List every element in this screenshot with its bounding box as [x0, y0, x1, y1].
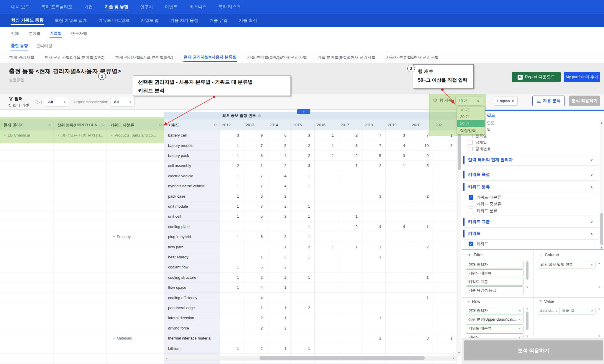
secondary-nav-item[interactable]: 키워드 맵 [140, 17, 160, 24]
apply-analysis-button-top[interactable]: 분석 적용하기 [569, 96, 600, 106]
panel-section-header[interactable]: 키워드 그룹∨ [463, 216, 598, 228]
apply-analysis-button[interactable]: 분석 적용하기 [464, 340, 603, 360]
checkbox[interactable] [469, 209, 473, 213]
panel-section-header[interactable]: 키워드∧ [463, 228, 598, 240]
upper-classification-select[interactable]: All > [111, 97, 135, 107]
chevron-down-icon[interactable]: ∨ [590, 220, 593, 224]
mini-scrollbar-thumb[interactable] [526, 261, 528, 280]
triangle-down-icon[interactable]: ▼ [4, 134, 6, 137]
scroll-down-icon[interactable]: ▼ [597, 286, 601, 289]
value-aggregation-select[interactable]: distinct...∨ [538, 307, 560, 314]
primary-nav-item[interactable]: 특허 포트폴리오 [41, 3, 73, 11]
language-select[interactable]: English ∨ [494, 96, 518, 106]
close-icon[interactable]: × [590, 263, 593, 267]
scroll-down-icon[interactable]: ▼ [525, 335, 529, 338]
pivot-row-chip[interactable]: 상위 분류(Upper classificati...× [466, 316, 523, 323]
section-item[interactable]: 키워드 분류 [469, 208, 497, 214]
row-count-option[interactable]: 직접입력 [457, 127, 485, 134]
scope-nav-item[interactable]: 기업별 [50, 29, 62, 38]
checkbox[interactable] [468, 134, 473, 138]
scroll-down-icon[interactable]: ▼ [457, 351, 461, 355]
scroll-down-icon[interactable]: ▼ [597, 335, 601, 338]
pivot-filter-chip[interactable]: 키워드 대분류 [466, 269, 523, 277]
checkbox[interactable] [468, 147, 473, 151]
checkbox[interactable] [469, 202, 473, 206]
filter-toggle[interactable]: 필터 [9, 96, 23, 101]
view-nav-item[interactable]: 출현 동향 [11, 42, 28, 50]
triangle-down-icon[interactable]: ▼ [113, 337, 115, 340]
checkbox[interactable] [468, 140, 473, 145]
view-nav-item[interactable]: 모니터링 [36, 42, 52, 50]
chevron-up-icon[interactable]: ∧ [590, 232, 593, 236]
analysis-tab[interactable]: 기술 분야별(CPC)&현재 권리자별 [247, 53, 307, 62]
mini-scrollbar-thumb[interactable] [526, 311, 528, 330]
secondary-nav-item[interactable]: 핵심 키워드 집계 [54, 17, 88, 24]
scroll-up-icon[interactable]: ▲ [525, 307, 529, 310]
analysis-tab[interactable]: 현재 권리자별&기술 분야별(IPC) [115, 53, 173, 62]
section-item[interactable]: ✓키워드 [469, 241, 488, 247]
analysis-tab[interactable]: 현재 권리자별&사용자 분류별 [183, 53, 237, 62]
chevron-up-icon[interactable]: ∧ [590, 185, 593, 189]
scroll-up-icon[interactable]: ▲ [600, 121, 603, 124]
row-count-select[interactable]: 10 개 ∨ [455, 96, 483, 106]
gear-icon[interactable]: ⚙ [101, 123, 105, 127]
primary-nav-item[interactable]: 이벤트 [164, 3, 178, 11]
row-count-option[interactable]: 50 개 [457, 120, 485, 127]
table-vertical-scrollbar-thumb[interactable] [458, 132, 461, 170]
scroll-up-icon[interactable]: ▲ [597, 307, 601, 310]
triangle-down-icon[interactable]: ▼ [113, 235, 115, 238]
checkbox[interactable]: ✓ [469, 195, 473, 200]
pivot-filter-chip[interactable]: 키워드 그룹 [466, 278, 523, 286]
gear-icon[interactable]: ⚙ [158, 123, 162, 127]
primary-nav-item[interactable]: 특허 리스크 [218, 3, 242, 11]
analysis-tab[interactable]: 기술 분야별(IPC)&현재 권리자별 [317, 53, 376, 62]
scope-nav-item[interactable]: 연구자별 [71, 29, 87, 38]
pivot-row-chip[interactable]: 키워드 대분류× [466, 324, 523, 332]
secondary-nav-item[interactable]: 기술 확산 [238, 17, 258, 24]
primary-nav-item[interactable]: 기술 및 융합 [104, 3, 129, 11]
pivot-filter-chip[interactable]: 기술 유망성 등급 [466, 286, 523, 294]
report-download-button[interactable]: X Report 다운로드 [512, 72, 561, 82]
chevron-down-icon[interactable]: ∨ [590, 173, 593, 177]
panel-section-header[interactable]: 키워드 분류∧ [463, 181, 598, 193]
secondary-nav-item[interactable]: 키워드 네트워크 [98, 17, 130, 24]
country-select[interactable]: All > [45, 97, 69, 107]
panel-section-header[interactable]: 입력 특허의 현재 권리자∨ [463, 154, 598, 166]
analysis-tab[interactable]: 사용자 분류별&현재 권리자별 [386, 53, 439, 62]
close-icon[interactable]: × [518, 326, 521, 331]
triangle-down-icon[interactable]: ▼ [57, 134, 60, 137]
chevron-down-icon[interactable]: ∨ [590, 158, 593, 162]
close-icon[interactable]: × [518, 309, 521, 313]
checkbox[interactable]: ✓ [469, 242, 473, 246]
scroll-up-icon[interactable]: ▲ [597, 261, 601, 265]
pivot-row-chip[interactable]: 현재 권리자× [466, 307, 523, 314]
filter-reset-button[interactable]: ↻ 필터 리셋 [8, 103, 29, 108]
table-horizontal-scrollbar-thumb[interactable] [260, 356, 425, 360]
free-analysis-button[interactable]: 자유 분석 [532, 96, 565, 106]
panel-scrollbar-thumb[interactable] [600, 213, 603, 245]
analysis-tab[interactable]: 현재 권리자별 [9, 53, 35, 62]
section-item[interactable]: 키워드 중분류 [469, 201, 501, 207]
row-count-option[interactable]: 20 개 [457, 113, 485, 120]
field-item[interactable]: 공개번호 [468, 146, 491, 152]
primary-nav-item[interactable]: 연구자 [139, 3, 154, 11]
scope-nav-item[interactable]: 전체 [11, 29, 19, 38]
add-portfolio-button[interactable]: My portfolio에 추가 [564, 72, 600, 82]
pivot-column-chip[interactable]: 최초 공보 발행 연도× [538, 261, 595, 268]
pivot-filter-chip[interactable]: 현재 권리자 [466, 261, 523, 268]
analysis-tab[interactable]: 현재 권리자별&기술 분야별(CPC) [45, 53, 105, 62]
field-item[interactable]: 공개일 [468, 140, 487, 145]
primary-nav-item[interactable]: 비즈니스 [189, 3, 207, 11]
primary-nav-item[interactable]: 대시 보드 [11, 3, 30, 11]
triangle-down-icon[interactable]: ▼ [110, 134, 113, 137]
secondary-nav-item[interactable]: 기술 자기 융합 [170, 17, 199, 24]
gear-icon[interactable]: ⚙ [48, 123, 52, 127]
close-icon[interactable]: × [518, 317, 521, 322]
pivot-value-chip[interactable]: distinct...∨특허 ID× [538, 307, 595, 314]
scroll-right-icon[interactable]: ▸ [452, 356, 456, 360]
secondary-nav-item[interactable]: 기술 유입 [209, 17, 228, 24]
scope-nav-item[interactable]: 분야별 [28, 29, 41, 38]
scroll-down-icon[interactable]: ▼ [600, 246, 603, 250]
gear-icon[interactable]: ⚙ [214, 123, 217, 127]
scroll-down-icon[interactable]: ▼ [525, 286, 529, 289]
